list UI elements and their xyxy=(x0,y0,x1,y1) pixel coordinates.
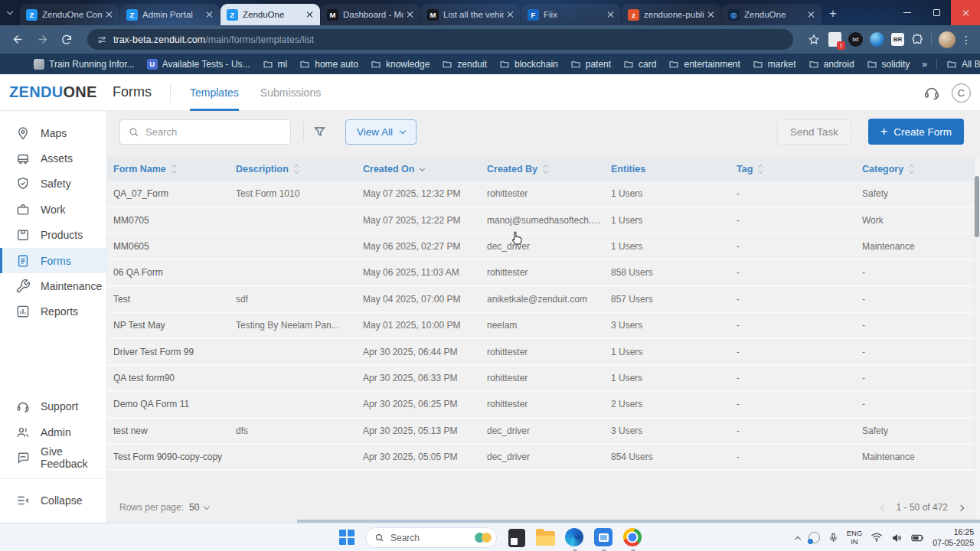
site-settings-icon[interactable] xyxy=(96,34,107,45)
column-header[interactable]: Description xyxy=(236,164,363,174)
sidebar-footer-item[interactable]: Give Feedback xyxy=(0,445,106,470)
table-row[interactable]: Test sdf May 04 2025, 07:00 PM aniketkal… xyxy=(107,287,974,313)
search-input[interactable] xyxy=(145,126,260,138)
scrollbar-track[interactable] xyxy=(974,157,980,523)
all-bookmarks[interactable]: All Bookmarks xyxy=(946,59,980,70)
browser-tab[interactable]: Z ZenduOne Cons... xyxy=(20,4,119,25)
sidebar-item[interactable]: Maps xyxy=(0,120,106,145)
window-minimize-button[interactable] xyxy=(893,0,922,25)
sidebar-item[interactable]: Forms xyxy=(0,248,106,273)
bookmark-star-icon[interactable] xyxy=(804,30,824,50)
column-header[interactable]: Created On xyxy=(363,164,487,174)
extension-txt-icon[interactable]: txt xyxy=(848,32,863,47)
browser-tab[interactable]: Z Admin Portal xyxy=(120,4,220,25)
chrome-icon[interactable] xyxy=(623,528,642,547)
search-box[interactable] xyxy=(119,119,291,145)
column-header[interactable]: Created By xyxy=(487,164,611,174)
table-row[interactable]: MM0705 May 07 2025, 12:22 PM manoj@sumed… xyxy=(107,207,974,233)
bookmark-item[interactable]: card xyxy=(623,59,656,70)
start-button-icon[interactable] xyxy=(339,530,355,546)
header-tab[interactable]: Submissions xyxy=(260,74,321,111)
table-row[interactable]: Demo QA Form 11 Apr 30 2025, 06:25 PM ro… xyxy=(107,392,974,418)
file-explorer-icon[interactable] xyxy=(536,528,555,547)
sort-icon[interactable] xyxy=(759,165,763,173)
bookmark-item[interactable]: solidity xyxy=(867,59,910,70)
sidebar-item[interactable]: Work xyxy=(0,197,106,222)
sort-icon[interactable] xyxy=(910,165,913,173)
extensions-puzzle-icon[interactable] xyxy=(911,33,924,46)
forward-icon[interactable] xyxy=(32,30,52,50)
create-form-button[interactable]: Create Form xyxy=(868,119,964,145)
bookmark-item[interactable]: blockchain xyxy=(499,59,558,70)
browser-tab[interactable]: Z ZenduOne xyxy=(220,4,320,25)
sort-icon[interactable] xyxy=(420,168,424,171)
support-headset-icon[interactable] xyxy=(923,83,941,102)
tab-close-icon[interactable] xyxy=(805,8,817,21)
sort-icon[interactable] xyxy=(172,165,176,173)
taskbar-search[interactable]: Search xyxy=(365,527,497,548)
extension-br-icon[interactable]: BR xyxy=(891,33,904,46)
new-tab-button[interactable]: + xyxy=(822,3,844,24)
scrollbar-thumb[interactable] xyxy=(975,176,979,237)
browser-tab[interactable]: ◎ ZenduOne xyxy=(722,4,822,25)
tab-close-icon[interactable] xyxy=(103,8,115,21)
browser-tab[interactable]: z zenduone-publi... xyxy=(622,4,721,25)
battery-icon[interactable] xyxy=(911,533,924,543)
bookmarks-overflow-chevron[interactable]: » xyxy=(922,59,927,70)
column-header[interactable]: Tag xyxy=(737,164,862,174)
table-row[interactable]: test new dfs Apr 30 2025, 05:13 PM dec_d… xyxy=(107,419,974,445)
prev-page-icon[interactable] xyxy=(881,502,886,513)
bookmark-item[interactable]: patent xyxy=(570,59,611,70)
bookmark-item[interactable]: ml xyxy=(263,59,288,70)
address-bar[interactable]: trax-beta.zenduit.com/main/forms/templat… xyxy=(87,29,793,50)
table-row[interactable]: MM0605 May 06 2025, 02:27 PM dec_driver … xyxy=(107,234,974,260)
language-indicator[interactable]: ENGIN xyxy=(847,530,863,546)
next-page-icon[interactable] xyxy=(959,502,963,513)
extension-wave-icon[interactable] xyxy=(870,32,884,47)
table-row[interactable]: 06 QA Form May 06 2025, 11:03 AM rohitte… xyxy=(107,260,974,286)
bookmark-item[interactable]: home auto xyxy=(299,59,358,70)
bookmark-item[interactable]: market xyxy=(753,59,796,70)
wifi-icon[interactable] xyxy=(871,533,883,543)
bookmark-item[interactable]: U Available Tests - Us... xyxy=(147,59,250,70)
microphone-icon[interactable] xyxy=(828,532,838,543)
sidebar-item[interactable]: Products xyxy=(0,223,106,248)
network-status-icon[interactable] xyxy=(808,532,820,543)
browser-tab[interactable]: M Dashboard - Mo... xyxy=(321,4,420,25)
browser-menu-icon[interactable]: ⋮ xyxy=(960,34,972,46)
tab-close-icon[interactable] xyxy=(203,8,215,21)
send-task-button[interactable]: Send Task xyxy=(777,119,851,145)
table-row[interactable]: NP Test May Testing By Neelam Pan... May… xyxy=(107,313,974,339)
back-icon[interactable] xyxy=(8,30,28,50)
bookmark-item[interactable]: knowledge xyxy=(371,59,430,70)
column-header[interactable]: Entities xyxy=(611,164,737,174)
window-maximize-button[interactable] xyxy=(922,0,951,25)
sidebar-item[interactable]: Reports xyxy=(0,299,106,324)
sidebar-item[interactable]: Maintenance xyxy=(0,273,106,298)
sidebar-footer-item[interactable]: Admin xyxy=(0,419,106,445)
edge-icon[interactable] xyxy=(565,528,584,547)
tab-close-icon[interactable] xyxy=(504,8,516,21)
notebook-app-icon[interactable] xyxy=(507,528,526,547)
window-close-button[interactable] xyxy=(951,0,980,25)
bookmark-item[interactable]: android xyxy=(808,59,854,70)
tab-close-icon[interactable] xyxy=(403,8,416,21)
tab-close-icon[interactable] xyxy=(303,8,315,21)
profile-avatar[interactable] xyxy=(939,31,956,48)
sidebar-item[interactable]: Assets xyxy=(0,145,106,171)
browser-tab[interactable]: F Fiix xyxy=(521,4,621,25)
rows-per-page-select[interactable]: Rows per page: 50 xyxy=(119,502,209,513)
filter-funnel-icon[interactable] xyxy=(304,119,335,145)
bookmark-item[interactable]: zenduit xyxy=(442,59,487,70)
tab-close-icon[interactable] xyxy=(604,8,616,21)
bookmark-item[interactable]: entertainment xyxy=(668,59,740,70)
tab-close-icon[interactable] xyxy=(704,8,717,21)
browser-tab[interactable]: M List all the vehic... xyxy=(421,4,521,25)
sidebar-item[interactable]: Safety xyxy=(0,171,106,197)
column-header[interactable]: Form Name xyxy=(113,164,236,174)
table-row[interactable]: QA_07_Form Test Form 1010 May 07 2025, 1… xyxy=(107,181,974,207)
user-avatar[interactable]: C xyxy=(952,83,971,103)
sidebar-collapse[interactable]: Collapse xyxy=(0,488,106,514)
sort-icon[interactable] xyxy=(295,165,299,173)
bookmark-item[interactable]: Train Running Infor... xyxy=(34,59,135,70)
